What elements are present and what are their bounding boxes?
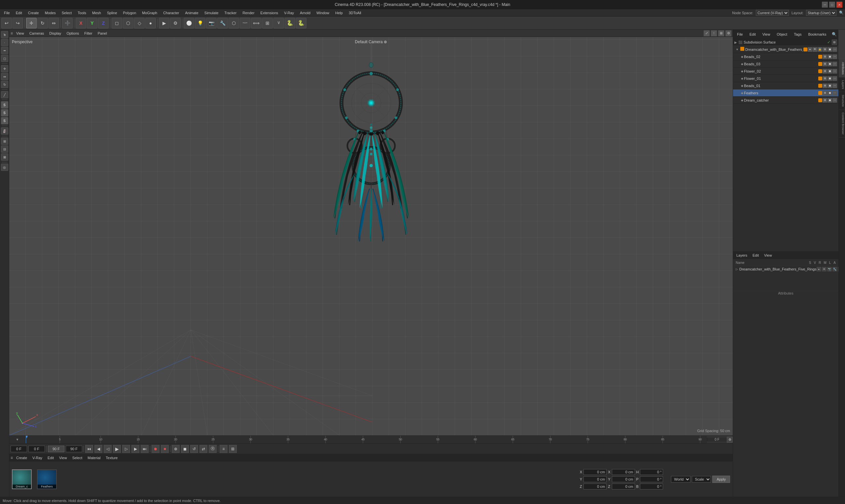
- tree-row-beads03[interactable]: ◆ Beads_03 ⊞ ◼ ⋯: [733, 60, 839, 68]
- vp-layout-btn[interactable]: ⊞: [718, 30, 724, 36]
- camera-add-button[interactable]: 📷: [206, 18, 217, 29]
- solo-btn-dreamcatcher[interactable]: ●: [808, 47, 812, 52]
- poly-button[interactable]: ◇: [134, 18, 145, 29]
- tree-row-feathers[interactable]: ◆ Feathers ⊞ ◼ ⋯: [733, 89, 839, 97]
- menu-render[interactable]: Render: [240, 10, 257, 16]
- color-dot-feathers[interactable]: [818, 91, 822, 95]
- line-tool-btn[interactable]: ╱: [1, 91, 8, 98]
- current-frame-field[interactable]: [29, 446, 45, 452]
- lasso-button[interactable]: ⬡: [123, 18, 133, 29]
- right-tab-content-browser[interactable]: Content Browser: [839, 110, 845, 138]
- tag-btn-dreamcatcher-obj[interactable]: ⋯: [832, 98, 837, 103]
- go-to-end-btn[interactable]: ⏭: [141, 445, 149, 453]
- vis-btn-dreamcatcher-obj[interactable]: ⊞: [823, 98, 827, 103]
- prev-key-btn[interactable]: ◁: [104, 445, 111, 453]
- tag2-btn-dreamcatcher[interactable]: ◼: [828, 47, 832, 52]
- menu-character[interactable]: Character: [160, 10, 182, 16]
- window-controls[interactable]: ─ □ ✕: [822, 2, 842, 7]
- color-dot-dreamcatcher-obj[interactable]: [818, 98, 822, 102]
- color-dot-dreamcatcher[interactable]: [804, 48, 807, 52]
- more-btn-beads02[interactable]: ◼: [828, 54, 832, 59]
- x-rot-field[interactable]: [612, 469, 635, 475]
- prev-frame-btn[interactable]: ◀: [94, 445, 102, 453]
- y-pos-field[interactable]: [584, 476, 607, 482]
- vp-display-menu[interactable]: Display: [47, 31, 63, 36]
- tree-row-flower02[interactable]: ◆ Flower_02 ⊞ ◼ ⋯: [733, 68, 839, 75]
- vp-cameras-menu[interactable]: Cameras: [28, 31, 46, 36]
- tab-object[interactable]: Object: [774, 32, 790, 37]
- scale-select[interactable]: Scale: [692, 476, 711, 483]
- snap-s3-btn[interactable]: S: [1, 117, 8, 124]
- tag-btn-beads02[interactable]: ⋯: [832, 54, 837, 59]
- layer-render-btn[interactable]: 📷: [827, 267, 832, 271]
- start-frame-field[interactable]: [11, 446, 27, 452]
- search-icon[interactable]: 🔍: [839, 11, 844, 15]
- menu-3dtoall[interactable]: 3DToAll: [346, 10, 364, 16]
- color-dot-beads01[interactable]: [818, 84, 822, 88]
- render-settings-button[interactable]: ⚙: [170, 18, 180, 29]
- vis-btn-beads02[interactable]: ⊞: [823, 54, 827, 59]
- menu-spline[interactable]: Spline: [104, 10, 120, 16]
- more-btn-beads03[interactable]: ◼: [828, 62, 832, 66]
- tab-edit[interactable]: Edit: [747, 32, 758, 37]
- vp-settings-btn[interactable]: ⚙: [725, 30, 731, 36]
- menu-modes[interactable]: Modes: [42, 10, 58, 16]
- bottom-menu-select[interactable]: Select: [70, 455, 85, 460]
- points-mode-btn[interactable]: ·: [1, 39, 8, 46]
- vis-btn-flower02[interactable]: ⊞: [823, 69, 827, 74]
- x-pos-field[interactable]: [584, 469, 607, 475]
- world-select[interactable]: World: [671, 476, 690, 483]
- tag-btn-beads01[interactable]: ⋯: [832, 84, 837, 88]
- vis-btn-feathers[interactable]: ⊞: [823, 91, 827, 95]
- bottom-menu-texture[interactable]: Texture: [104, 455, 120, 460]
- vp-options-menu[interactable]: Options: [64, 31, 81, 36]
- right-tab-attributes[interactable]: Attributes: [839, 59, 845, 77]
- h-size-field[interactable]: [640, 469, 663, 475]
- z-axis-button[interactable]: Z: [98, 18, 109, 29]
- tree-row-beads02[interactable]: ◆ Beads_02 ⊞ ◼ ⋯: [733, 53, 839, 60]
- select-model-btn[interactable]: 🖱: [1, 31, 8, 38]
- move-btn[interactable]: ✛: [1, 65, 8, 72]
- color-dot-beads03[interactable]: [818, 62, 822, 66]
- close-button[interactable]: ✕: [837, 2, 842, 7]
- tag-btn-beads03[interactable]: ⋯: [832, 62, 837, 66]
- add-button[interactable]: ➕: [62, 18, 73, 29]
- menu-create[interactable]: Create: [25, 10, 41, 16]
- light-button[interactable]: 💡: [195, 18, 205, 29]
- vp-panel-menu[interactable]: Panel: [96, 31, 109, 36]
- menu-animate[interactable]: Animate: [182, 10, 201, 16]
- layers-menu-edit[interactable]: Edit: [751, 253, 761, 258]
- layer-expand-icon[interactable]: ▷: [736, 268, 738, 271]
- next-frame-btn[interactable]: ▶: [132, 445, 139, 453]
- keyframe-btn[interactable]: ⊕: [172, 445, 179, 453]
- timeline-track[interactable]: 5 10 15 20 25 30 35 40: [26, 436, 707, 443]
- edges-mode-btn[interactable]: ━: [1, 47, 8, 54]
- fps-field[interactable]: [66, 446, 82, 452]
- stop-btn[interactable]: ■: [161, 445, 169, 453]
- timeline-view-btn[interactable]: ≡: [220, 445, 227, 453]
- move-tool-button[interactable]: ✛: [26, 18, 37, 29]
- minimize-button[interactable]: ─: [822, 2, 828, 7]
- menu-extensions[interactable]: Extensions: [258, 10, 281, 16]
- vp-view-menu[interactable]: View: [14, 31, 26, 36]
- grid-btn[interactable]: ⊞: [1, 138, 8, 145]
- bottom-menu-create[interactable]: Create: [14, 455, 29, 460]
- snap-s2-btn[interactable]: S: [1, 109, 8, 116]
- rel-btn[interactable]: Ⓡ: [209, 445, 217, 453]
- tag-btn-feathers[interactable]: ⋯: [832, 91, 837, 95]
- vis-btn-dreamcatcher[interactable]: 👁: [813, 47, 817, 52]
- curve-btn[interactable]: ◎: [1, 164, 8, 171]
- key-sel-btn[interactable]: ◼: [181, 445, 189, 453]
- timeline-options-btn[interactable]: ⚙: [727, 437, 733, 443]
- grid2-btn[interactable]: ⊟: [1, 145, 8, 153]
- rotate-tool-button[interactable]: ↻: [37, 18, 48, 29]
- more-btn-beads01[interactable]: ◼: [828, 84, 832, 88]
- menu-tools[interactable]: Tools: [75, 10, 89, 16]
- go-to-start-btn[interactable]: ⏮: [85, 445, 93, 453]
- right-tab-structure[interactable]: Structure: [839, 92, 845, 110]
- layer-solo-btn[interactable]: ●: [816, 267, 821, 271]
- subdiv-btn-1[interactable]: ⊞: [832, 40, 837, 45]
- b-size-field[interactable]: [640, 484, 663, 489]
- spline-tool-button[interactable]: 〰: [240, 18, 250, 29]
- apply-button[interactable]: Apply: [712, 475, 730, 483]
